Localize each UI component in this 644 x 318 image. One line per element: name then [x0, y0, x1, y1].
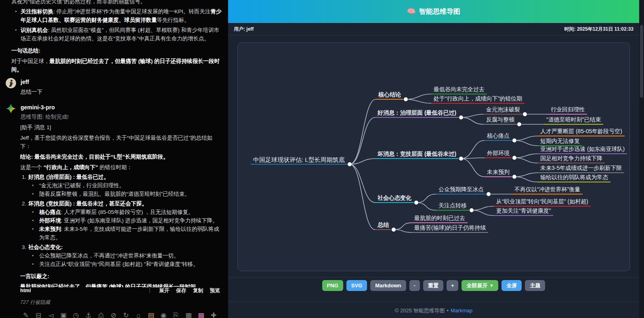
- mindmap-canvas[interactable]: 中国足球现状评估: L型长周期筑底核心结论最低谷尚未完全过去处于“行政向上，成绩…: [237, 42, 630, 271]
- collapse-dot[interactable]: [404, 97, 408, 101]
- page-scrollbar[interactable]: [639, 0, 644, 318]
- markmap-link[interactable]: Markmap: [451, 308, 472, 314]
- mindmap-node[interactable]: 关注点转移: [436, 202, 469, 211]
- mindmap-node[interactable]: 坏消息：竞技层面 (最低谷未过): [375, 150, 459, 159]
- toolbar-button-svg[interactable]: SVG: [346, 280, 367, 291]
- mindmap-node[interactable]: 亚洲对手进步迅速 (如东南亚球队): [538, 145, 627, 154]
- code-action-button[interactable]: 保存: [176, 287, 186, 295]
- chat-input-toolbar: ✎⊟◅▣◷⚓⎙⊘↻⌂▤◉⎘▦▩✚: [22, 312, 217, 318]
- mindmap-node[interactable]: 金元泡沫破裂: [484, 106, 522, 115]
- mindmap-node[interactable]: 最肮脏的时刻已过去: [412, 214, 468, 223]
- bullet-dot: •: [32, 251, 39, 260]
- attachment-toolbar-icon[interactable]: ◷: [72, 312, 80, 318]
- mindmap-node[interactable]: “道德至暗时刻”已结束: [544, 116, 603, 125]
- chat-line: 其视为“偿还历史欠债”的必然过程，而非新的崩盘信号。: [11, 0, 222, 6]
- attachment-toolbar-icon[interactable]: ⎙: [97, 312, 105, 318]
- runner-avatar-icon: [6, 78, 16, 88]
- code-action-button[interactable]: 展开: [159, 287, 169, 295]
- collapse-dot[interactable]: [459, 157, 463, 161]
- mindmap-node[interactable]: 最痛苦(输球)的日子仍将持续: [412, 224, 488, 233]
- toolbar-button-markdown[interactable]: Markdown: [370, 280, 406, 291]
- mindmap-node[interactable]: 处于“行政向上，成绩向下”的错位期: [431, 95, 524, 104]
- mindmap-node[interactable]: 反腐与整顿: [484, 116, 517, 125]
- mindmap-node[interactable]: 行业回归理性: [548, 106, 587, 115]
- mindmap-node[interactable]: 输给以往的弱队将成为常态: [538, 174, 610, 182]
- mindmap-node[interactable]: 人才严重断层 (85-05年龄段亏空): [538, 128, 625, 136]
- mindmap-node[interactable]: 未来预判: [485, 168, 512, 177]
- collapse-dot[interactable]: [517, 122, 521, 126]
- bullet-dot: •: [15, 7, 21, 24]
- attachment-toolbar-icon[interactable]: ✎: [22, 312, 29, 318]
- toolbar-button-全部展开[interactable]: 全部展开▼: [461, 280, 498, 291]
- chat-line: 对于中国足球，最肮脏的时刻已经过去了，但最痛苦 (输球) 的日子还得持续很长一段…: [11, 57, 222, 74]
- toolbar-button--[interactable]: -: [409, 280, 420, 291]
- mindmap-node[interactable]: 核心痛点: [485, 132, 512, 141]
- toolbar-button-+[interactable]: +: [447, 280, 459, 291]
- attachment-toolbar-icon[interactable]: ⎘: [172, 312, 180, 318]
- mindmap-node[interactable]: 总结: [375, 221, 391, 230]
- attachment-toolbar-icon[interactable]: ▣: [60, 312, 67, 318]
- chat-line: •核心痛点: 人才严重断层 (85-05年龄段亏空) ，且无法短期修复。: [20, 208, 222, 216]
- attachment-toolbar-icon[interactable]: ⊟: [35, 312, 42, 318]
- attachment-toolbar-icon[interactable]: ◉: [160, 312, 167, 318]
- collapse-dot[interactable]: [512, 175, 516, 179]
- collapse-dot[interactable]: [348, 162, 352, 166]
- attachment-toolbar-icon[interactable]: ↻: [122, 312, 130, 318]
- toolbar-button-主题[interactable]: 主题: [525, 280, 545, 291]
- mindmap-node[interactable]: 好消息：治理层面 (最低谷已过): [375, 109, 459, 118]
- attachment-toolbar-icon[interactable]: ▦: [185, 312, 192, 318]
- attachment-toolbar-icon[interactable]: ⌂: [135, 312, 142, 318]
- bullet-dot: •: [32, 260, 39, 268]
- user-message: jeff 总结一下: [6, 78, 222, 96]
- footer-separator: •: [447, 308, 449, 314]
- list-number: 3.: [22, 243, 28, 251]
- copyright-text: © 2025 智能思维导图: [395, 308, 445, 314]
- mindmap-node[interactable]: 核心结论: [376, 91, 403, 100]
- list-number: 1.: [22, 173, 28, 181]
- avatar: [6, 78, 16, 88]
- code-action-button[interactable]: 预览: [210, 287, 220, 295]
- kebab-menu-icon[interactable]: ⋮: [147, 287, 153, 295]
- attachment-toolbar-icon[interactable]: ⊘: [110, 312, 117, 318]
- scrollbar-thumb[interactable]: [640, 25, 643, 98]
- info-bar: 用户: jeff 时间: 2025年12月31日 11:02:33: [228, 23, 639, 36]
- attachment-toolbar-icon[interactable]: ▤: [147, 312, 155, 318]
- collapse-dot[interactable]: [512, 138, 516, 142]
- mindmap-node[interactable]: 不再仅以“冲进世界杯”衡量: [512, 186, 583, 195]
- collapse-dot[interactable]: [523, 112, 527, 116]
- time-label: 时间: 2025年12月31日 11:02:33: [564, 26, 634, 33]
- collapse-dot[interactable]: [392, 228, 396, 232]
- mindmap-node[interactable]: 从“职业顶层”转向“民间基层” (如村超): [494, 198, 591, 207]
- code-block-card: html ⋮ 展开保存复制预览 727 行被隐藏: [20, 287, 220, 307]
- chat-scroll-area[interactable]: 其视为“偿还历史欠债”的必然过程，而非新的崩盘信号。•关注指标切换: 停止用“冲…: [0, 0, 228, 287]
- bullet-dot: •: [32, 190, 39, 198]
- collapse-dot[interactable]: [459, 115, 463, 119]
- attachment-toolbar-icon[interactable]: ⚓: [85, 312, 92, 318]
- toolbar-button-png[interactable]: PNG: [322, 280, 343, 291]
- attachment-toolbar-icon[interactable]: ✚: [210, 312, 217, 318]
- footer: © 2025 智能思维导图•Markmap: [228, 301, 639, 314]
- mindmap-node[interactable]: 最低谷尚未完全过去: [431, 86, 487, 94]
- collapse-dot[interactable]: [487, 192, 491, 196]
- mindmap-node[interactable]: 公众预期降至冰点: [436, 186, 486, 195]
- chat-line: 结论: 最低谷尚未完全过去，目前处于“L型”长周期筑底阶段。: [20, 153, 222, 161]
- mindmap-node[interactable]: 国足相对竞争力持续下降: [538, 155, 605, 163]
- attachment-toolbar-icon[interactable]: ◅: [47, 312, 55, 318]
- collapse-dot[interactable]: [414, 201, 418, 205]
- collapse-dot[interactable]: [470, 208, 474, 212]
- code-action-button[interactable]: 复制: [193, 287, 203, 295]
- mindmap-node[interactable]: 更加关注“青训健康度”: [494, 207, 553, 216]
- collapse-dot[interactable]: [512, 156, 516, 160]
- mindmap-node[interactable]: 未来3-5年成绩或进一步刷新下限: [538, 164, 624, 173]
- mindmap-node[interactable]: 短期内无法修复: [538, 137, 582, 146]
- mindmap-node[interactable]: 中国足球现状评估: L型长周期筑底: [251, 156, 347, 165]
- assistant-message: gemini-3-pro 思维导图: 绘制完成!: [6, 103, 222, 121]
- toolbar-button-重置[interactable]: 重置: [423, 280, 443, 291]
- bullet-dot: •: [32, 216, 39, 225]
- toolbar-button-全屏[interactable]: 全屏: [501, 280, 522, 291]
- chat-line: •未来预判: 未来3-5年，竞技成绩可能进一步刷新下限，输给以往的弱队将成为常态…: [20, 225, 222, 242]
- chat-line: •“金元泡沫”已破裂，行业回归理性。: [20, 181, 222, 190]
- attachment-toolbar-icon[interactable]: ▩: [197, 312, 205, 318]
- mindmap-node[interactable]: 社会心态变化: [375, 194, 414, 203]
- mindmap-node[interactable]: 外部环境: [485, 149, 512, 158]
